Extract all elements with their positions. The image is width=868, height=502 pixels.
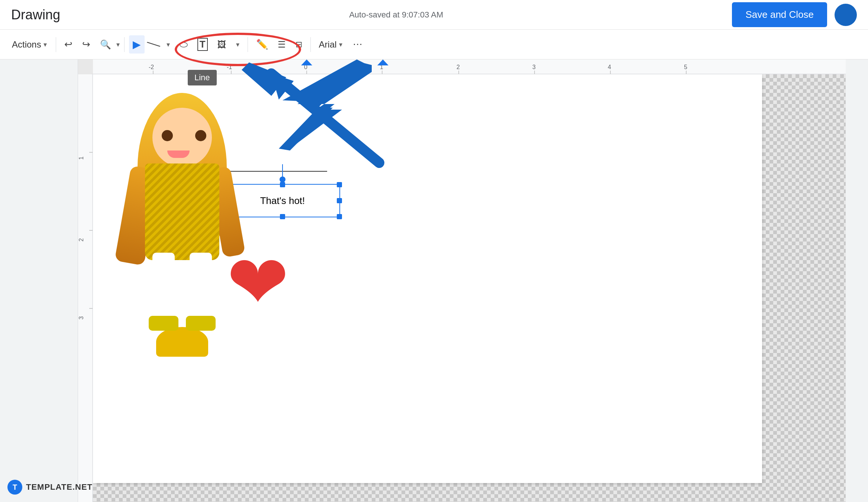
connector-area: [280, 164, 285, 182]
watermark: T TEMPLATE.NET: [7, 480, 93, 495]
font-name: Arial: [319, 39, 337, 50]
handle-bottom-right[interactable]: [337, 214, 342, 219]
redo-icon: ↪: [82, 39, 90, 50]
toolbar: Actions ▾ ↩ ↪ 🔍 ▾ ▶ ╲ ▾ ⬭ T 🖼 ▾: [0, 30, 868, 59]
line-weight-button[interactable]: ⊟: [292, 37, 306, 52]
line-style-button[interactable]: ☰: [274, 36, 290, 53]
actions-chevron-icon: ▾: [43, 41, 47, 49]
divider-1: [56, 37, 56, 52]
doll-figure: [130, 93, 234, 360]
svg-text:1: 1: [78, 156, 84, 160]
undo-button[interactable]: ↩: [61, 36, 76, 53]
svg-text:5: 5: [684, 64, 687, 70]
left-sidebar: [0, 59, 78, 502]
select-tool-button[interactable]: ▶: [129, 35, 145, 54]
divider-2: [124, 37, 125, 52]
undo-icon: ↩: [64, 39, 72, 50]
image-icon: 🖼: [217, 39, 226, 50]
app-title: Drawing: [11, 7, 60, 23]
watermark-text: TEMPLATE.NET: [26, 482, 93, 492]
connector-dot[interactable]: [280, 176, 285, 182]
divider-4: [310, 37, 311, 52]
textbox-icon: T: [197, 38, 208, 51]
ruler-left: 1 2 3: [78, 74, 93, 502]
more-icon: ⋯: [353, 39, 362, 50]
actions-label: Actions: [12, 39, 41, 50]
tools-dropdown-button[interactable]: ▾: [232, 38, 243, 52]
handle-middle-right[interactable]: [337, 198, 342, 203]
svg-text:3: 3: [78, 316, 84, 320]
text-box-content[interactable]: That's hot!: [260, 195, 305, 207]
zoom-button[interactable]: 🔍: [96, 36, 115, 53]
tools-chevron-icon: ▾: [236, 41, 239, 49]
main-canvas[interactable]: ⇕ That's hot!: [93, 74, 846, 502]
line-icon: ╲: [147, 38, 160, 51]
svg-text:-1: -1: [227, 64, 232, 70]
svg-marker-23: [301, 59, 312, 65]
connector-line: [282, 164, 283, 177]
textbox-tool-button[interactable]: T: [194, 35, 212, 54]
text-box-selection: That's hot!: [225, 184, 340, 217]
svg-text:2: 2: [78, 238, 84, 242]
avatar: [835, 4, 857, 26]
handle-top-middle[interactable]: [280, 182, 285, 187]
autosave-text: Auto-saved at 9:07:03 AM: [60, 10, 732, 20]
font-chevron-icon: ▾: [339, 41, 342, 49]
handle-bottom-middle[interactable]: [280, 214, 285, 219]
ruler-top: -2 -1 0 1 2 3 4 5: [93, 59, 846, 74]
more-options-button[interactable]: ⋯: [348, 36, 367, 53]
divider-3: [248, 37, 248, 52]
heart-icon: ❤: [227, 245, 289, 320]
watermark-logo: T: [7, 480, 22, 495]
image-tool-button[interactable]: 🖼: [214, 36, 230, 53]
redo-button[interactable]: ↪: [78, 36, 94, 53]
line-tool-button[interactable]: ╲: [147, 35, 161, 54]
font-selector-button[interactable]: Arial ▾: [315, 37, 346, 52]
right-sidebar: [846, 59, 868, 502]
actions-button[interactable]: Actions ▾: [7, 36, 51, 53]
zoom-area: 🔍 ▾: [96, 36, 120, 53]
svg-text:-2: -2: [149, 64, 154, 70]
zoom-chevron-icon: ▾: [116, 41, 120, 49]
search-icon: 🔍: [100, 39, 111, 50]
handle-top-right[interactable]: [337, 182, 342, 187]
drawing-page: ⇕ That's hot!: [93, 74, 762, 483]
line-dropdown-button[interactable]: ▾: [163, 38, 174, 52]
pen-icon: ✏️: [256, 39, 268, 50]
watermark-logo-letter: T: [13, 483, 17, 492]
shape-icon: ⬭: [180, 39, 188, 50]
line-chevron-icon: ▾: [167, 41, 170, 49]
line-weight-icon: ⊟: [296, 40, 302, 49]
top-bar-left: Drawing: [11, 7, 60, 23]
pen-tool-button[interactable]: ✏️: [252, 36, 272, 53]
svg-text:4: 4: [608, 64, 611, 70]
svg-marker-24: [377, 59, 388, 65]
select-icon: ▶: [133, 38, 141, 51]
svg-text:2: 2: [456, 64, 460, 70]
heart-shape: ❤: [227, 245, 289, 320]
svg-text:3: 3: [532, 64, 536, 70]
line-style-icon: ☰: [278, 39, 286, 50]
save-close-button[interactable]: Save and Close: [732, 2, 827, 27]
top-bar: Drawing Auto-saved at 9:07:03 AM Save an…: [0, 0, 868, 30]
shape-tool-button[interactable]: ⬭: [176, 36, 191, 53]
